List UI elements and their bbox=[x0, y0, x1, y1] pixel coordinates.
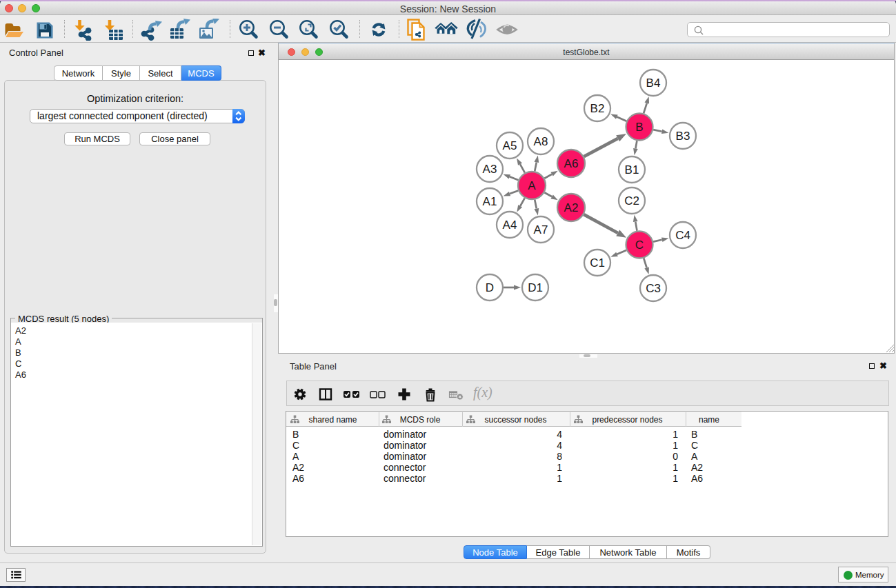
svg-text:B: B bbox=[635, 121, 643, 134]
svg-text:C2: C2 bbox=[624, 194, 639, 207]
svg-text:C1: C1 bbox=[590, 256, 605, 270]
svg-text:D: D bbox=[486, 281, 494, 294]
svg-text:A3: A3 bbox=[483, 163, 497, 176]
svg-text:D1: D1 bbox=[528, 281, 543, 294]
svg-text:B4: B4 bbox=[646, 77, 661, 90]
svg-text:A2: A2 bbox=[564, 201, 579, 214]
svg-text:A: A bbox=[528, 179, 536, 192]
svg-text:A6: A6 bbox=[564, 157, 579, 170]
svg-text:B1: B1 bbox=[625, 163, 639, 176]
svg-text:A4: A4 bbox=[503, 219, 517, 232]
svg-text:A7: A7 bbox=[534, 223, 548, 236]
svg-text:C3: C3 bbox=[646, 282, 661, 295]
svg-text:A8: A8 bbox=[534, 135, 548, 148]
svg-text:A5: A5 bbox=[503, 139, 517, 152]
svg-text:C: C bbox=[635, 239, 644, 252]
svg-text:B3: B3 bbox=[676, 130, 690, 143]
svg-text:B2: B2 bbox=[590, 102, 605, 115]
svg-text:A1: A1 bbox=[483, 195, 497, 208]
svg-text:C4: C4 bbox=[675, 229, 690, 242]
